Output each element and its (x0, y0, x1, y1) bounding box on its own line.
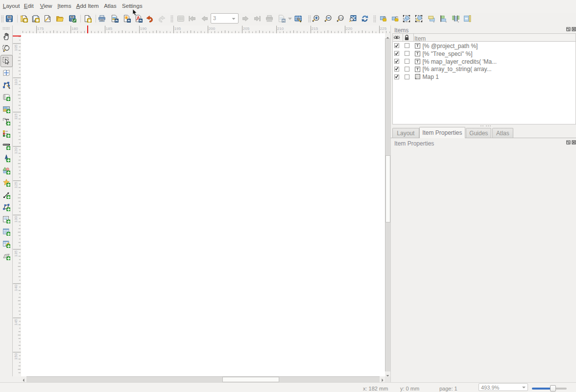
svg-text:180: 180 (72, 26, 78, 31)
svg-text:185: 185 (106, 26, 113, 31)
svg-text:135: 135 (14, 250, 18, 257)
svg-text:145: 145 (14, 318, 18, 325)
svg-text:225: 225 (380, 26, 387, 31)
svg-text:175: 175 (37, 26, 44, 31)
svg-text:215: 215 (312, 26, 318, 31)
svg-text:205: 205 (243, 26, 250, 31)
svg-text:120: 120 (14, 147, 18, 154)
svg-text:200: 200 (209, 26, 216, 31)
svg-text:130: 130 (14, 216, 18, 222)
svg-text:1:1: 1:1 (339, 17, 343, 20)
svg-text:210: 210 (277, 26, 284, 31)
svg-text:110: 110 (14, 79, 18, 85)
svg-text:115: 115 (14, 113, 18, 120)
svg-text:140: 140 (14, 284, 18, 291)
svg-text:125: 125 (14, 181, 18, 188)
svg-text:220: 220 (346, 26, 353, 31)
svg-text:195: 195 (174, 26, 181, 31)
svg-text:105: 105 (14, 44, 18, 51)
svg-text:150: 150 (14, 353, 18, 360)
svg-text:190: 190 (140, 26, 147, 31)
